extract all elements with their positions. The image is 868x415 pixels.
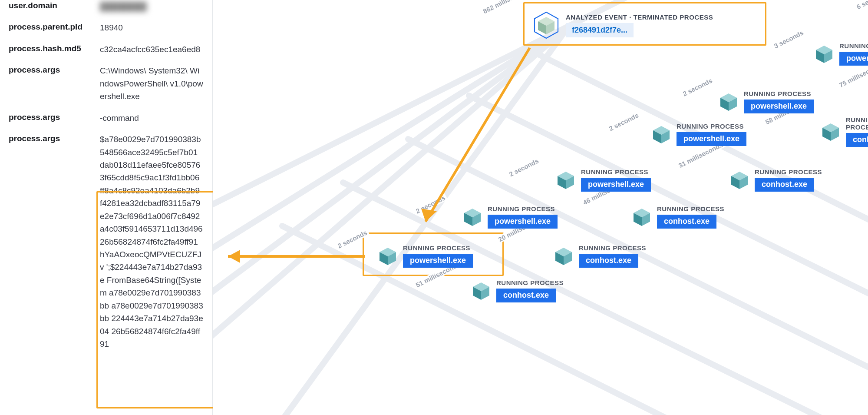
node-label-pill[interactable]: conhost.exe	[496, 289, 556, 302]
field-row: process.args$a78e0029e7d701990383b 54856…	[9, 133, 204, 350]
node-ps5[interactable]: RUNNING PROCESSpowershell.exe	[462, 205, 558, 229]
cube-icon	[821, 122, 841, 142]
node-status: RUNNING PROCESS	[846, 116, 868, 131]
node-status: RUNNING PROCESS	[677, 123, 746, 130]
node-ps3[interactable]: RUNNING PROCESSpowershell.exe	[651, 123, 746, 146]
node-status: RUNNING PROCESS	[744, 90, 814, 97]
field-value[interactable]: ████████	[100, 0, 204, 13]
cube-icon	[471, 281, 491, 301]
cube-icon	[462, 207, 482, 227]
event-details-panel: user.domain████████process.parent.pid189…	[0, 0, 213, 415]
hex-ring-icon	[532, 11, 561, 40]
node-analyzed-root[interactable]: ANALYZED EVENT · TERMINATED PROCESS f268…	[532, 11, 713, 40]
node-ps1[interactable]: RUNNING PROCESSpowershell.exe	[814, 42, 868, 66]
node-ch3[interactable]: RUNNING PROCESSconhost.exe	[821, 116, 868, 147]
cube-icon	[378, 246, 398, 266]
cube-icon	[556, 170, 576, 190]
node-status: RUNNING PROCESS	[581, 168, 651, 176]
node-status: RUNNING PROCESS	[496, 279, 564, 286]
node-label-pill[interactable]: conhost.exe	[755, 178, 814, 192]
field-value[interactable]: c32ca4acfcc635ec1ea6ed8	[100, 43, 204, 56]
node-label-pill[interactable]: conhost.exe	[846, 133, 868, 147]
node-status: RUNNING PROCESS	[579, 244, 646, 252]
field-key: process.parent.pid	[9, 21, 100, 32]
node-label-pill[interactable]: powershell.exe	[744, 100, 814, 113]
node-ch6[interactable]: RUNNING PROCESSconhost.exe	[554, 244, 646, 268]
node-ps2[interactable]: RUNNING PROCESSpowershell.exe	[719, 90, 814, 113]
node-label-pill[interactable]: powershell.exe	[839, 52, 868, 66]
field-key: process.args	[9, 112, 100, 122]
field-key: user.domain	[9, 0, 100, 10]
cube-icon	[554, 246, 574, 266]
field-row: process.hash.md5c32ca4acfcc635ec1ea6ed8	[9, 43, 204, 56]
node-status: RUNNING PROCESS	[488, 205, 558, 212]
field-value[interactable]: C:\Windows\ System32\ WindowsPowerShell\…	[100, 64, 204, 103]
field-row: process.args-command	[9, 112, 204, 124]
field-key: process.hash.md5	[9, 43, 100, 53]
node-label-pill[interactable]: conhost.exe	[579, 254, 638, 268]
cube-icon	[651, 124, 671, 144]
field-row: process.parent.pid18940	[9, 21, 204, 34]
cube-icon	[719, 92, 739, 112]
node-status: RUNNING PROCESS	[403, 244, 473, 252]
node-ps4[interactable]: RUNNING PROCESSpowershell.exe	[556, 168, 651, 192]
field-row: user.domain████████	[9, 0, 204, 13]
node-label-pill[interactable]: powershell.exe	[488, 215, 558, 229]
field-row: process.argsC:\Windows\ System32\ Window…	[9, 64, 204, 103]
node-label-pill[interactable]: powershell.exe	[677, 132, 746, 146]
node-status: RUNNING PROCESS	[755, 168, 822, 176]
node-label-pill[interactable]: powershell.exe	[581, 178, 651, 192]
node-label-pill[interactable]: conhost.exe	[657, 215, 716, 229]
node-status: RUNNING PROCESS	[657, 205, 724, 212]
cube-icon	[729, 170, 749, 190]
cube-icon	[632, 207, 652, 227]
field-key: process.args	[9, 64, 100, 75]
node-status: RUNNING PROCESS	[839, 42, 868, 50]
node-ch7[interactable]: RUNNING PROCESSconhost.exe	[471, 279, 564, 302]
field-value[interactable]: -command	[100, 112, 204, 124]
cube-icon	[814, 44, 834, 64]
node-ps6[interactable]: RUNNING PROCESSpowershell.exe	[378, 244, 473, 268]
node-ch4[interactable]: RUNNING PROCESSconhost.exe	[729, 168, 822, 192]
field-value[interactable]: 18940	[100, 21, 204, 34]
field-key: process.args	[9, 133, 100, 143]
node-ch5[interactable]: RUNNING PROCESSconhost.exe	[632, 205, 724, 229]
node-status: ANALYZED EVENT · TERMINATED PROCESS	[566, 13, 713, 21]
node-label-pill[interactable]: f268491d2f7e...	[566, 23, 634, 37]
node-label-pill[interactable]: powershell.exe	[403, 254, 473, 268]
field-value[interactable]: $a78e0029e7d701990383b 548566ace32495c5e…	[100, 133, 204, 350]
process-tree-graph[interactable]: ANALYZED EVENT · TERMINATED PROCESS f268…	[213, 0, 868, 415]
